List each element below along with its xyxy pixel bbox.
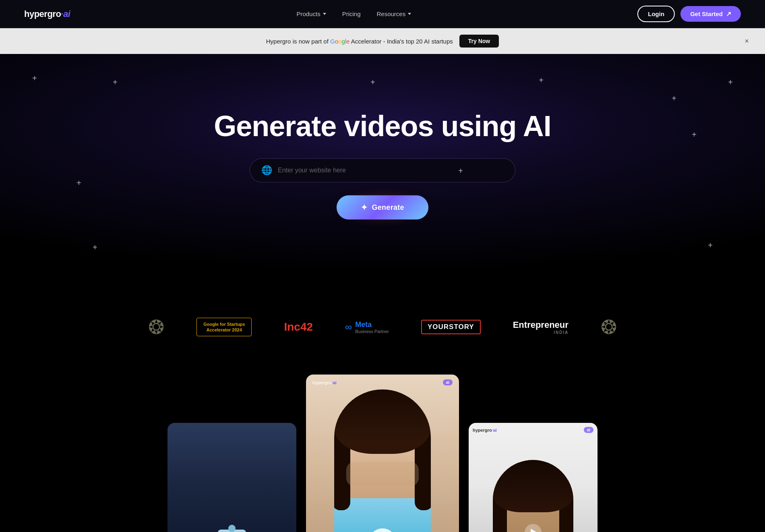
star-cross-icon: + [32, 74, 37, 82]
hero-title: Generate videos using AI [214, 110, 551, 142]
star-cross-icon: + [708, 241, 713, 249]
nav-link-products[interactable]: Products [296, 10, 326, 17]
woman2-figure [493, 460, 573, 532]
nav-link-pricing[interactable]: Pricing [342, 10, 361, 17]
logos-section: ❂ Google for Startups Accelerator 2024 I… [0, 296, 765, 358]
entrepreneur-logo: Entrepreneur INDIA [513, 320, 569, 335]
get-started-label: Get Started [690, 10, 723, 17]
nav-links: Products Pricing Resources [296, 10, 411, 17]
woman-hair [334, 389, 431, 454]
generate-button[interactable]: ✦ Generate [337, 195, 428, 219]
opera-house-icon [350, 522, 415, 532]
video-card-center[interactable]: hypergro·ai ai [306, 375, 459, 532]
generate-button-wrap: ✦ Generate [337, 195, 428, 219]
star-cross-icon: + [672, 94, 676, 102]
videos-section: வாங்குக்கள் பாதுகாப்பு hypergro·ai ai [0, 358, 765, 532]
products-label: Products [296, 10, 320, 17]
woman2-hair [493, 460, 573, 512]
hypergro-watermark-right: hypergro·ai [473, 428, 497, 433]
hero-section: + + + + + + + + + + + Generate videos us… [0, 54, 765, 296]
star-cross-icon: + [458, 167, 463, 175]
inc42-logo: Inc42 [284, 321, 313, 333]
meta-icon: ∞ [345, 321, 352, 333]
nav-link-resources[interactable]: Resources [377, 10, 411, 17]
star-cross-icon: + [728, 78, 733, 86]
laurel-right-icon: ❂ [601, 316, 617, 338]
search-bar: 🌐 [250, 158, 515, 182]
search-input[interactable] [278, 167, 504, 174]
close-button[interactable]: × [744, 37, 749, 45]
video-card-left[interactable]: வாங்குக்கள் பாதுகாப்பு [167, 423, 296, 532]
card-center-bg: hypergro·ai ai [306, 375, 459, 532]
play-triangle-icon-right [531, 529, 537, 532]
ai-badge-right: ai [584, 427, 593, 433]
video-center-placeholder: hypergro·ai ai [306, 375, 459, 532]
video-card-right[interactable]: hypergro·ai ai [469, 423, 598, 532]
star-cross-icon: + [76, 179, 81, 187]
meta-logo: ∞ Meta Business Partner [345, 321, 389, 334]
globe-icon: 🌐 [261, 165, 272, 176]
announcement-text: Hypergro is now part of Google Accelerat… [266, 38, 453, 45]
star-cross-icon: + [692, 130, 697, 139]
chevron-down-icon-2 [408, 13, 411, 15]
try-now-button[interactable]: Try Now [459, 35, 499, 48]
resources-label: Resources [377, 10, 406, 17]
svg-point-1 [370, 528, 395, 532]
meta-text: Meta Business Partner [355, 321, 389, 334]
google-badge-text: Google for Startups Accelerator 2024 [203, 321, 245, 333]
card-left-bg: வாங்குக்கள் பாதுகாப்பு [167, 423, 296, 532]
navbar: hypergro·ai Products Pricing Resources L… [0, 0, 765, 28]
card-right-bg: hypergro·ai ai [469, 423, 598, 532]
nav-actions: Login Get Started ↗ [637, 6, 741, 22]
announcement-bar: Hypergro is now part of Google Accelerat… [0, 28, 765, 54]
woman-figure [334, 389, 431, 532]
arrow-icon: ↗ [726, 10, 731, 18]
login-button[interactable]: Login [637, 6, 675, 22]
woman-hands [346, 462, 419, 486]
get-started-button[interactable]: Get Started ↗ [680, 6, 741, 22]
logo[interactable]: hypergro·ai [24, 9, 70, 19]
chevron-down-icon [323, 13, 326, 15]
generate-label: Generate [372, 203, 404, 212]
video-right-placeholder: hypergro·ai ai [469, 423, 598, 532]
logo-text: hypergro·ai [24, 9, 70, 19]
sparkle-icon: ✦ [361, 203, 368, 212]
product-bottle-icon [218, 530, 246, 532]
laurel-left-icon: ❂ [148, 316, 164, 338]
hypergro-watermark: hypergro·ai [312, 380, 337, 385]
star-cross-icon: + [113, 78, 118, 86]
card-top-bar: hypergro·ai ai [311, 379, 454, 385]
woman2-area [473, 436, 593, 532]
card-right-top: hypergro·ai ai [473, 427, 593, 433]
yourstory-logo: YOURSTORY [421, 320, 481, 334]
video-left-placeholder: வாங்குக்கள் பாதுகாப்பு [167, 423, 296, 532]
logo-ai: ai [63, 9, 70, 19]
star-cross-icon: + [93, 243, 97, 251]
ai-badge: ai [443, 379, 453, 385]
star-cross-icon: + [370, 78, 375, 86]
woman-area [311, 389, 454, 532]
pricing-label: Pricing [342, 10, 361, 17]
google-startups-logo: Google for Startups Accelerator 2024 [196, 318, 252, 337]
star-cross-icon: + [539, 76, 544, 84]
